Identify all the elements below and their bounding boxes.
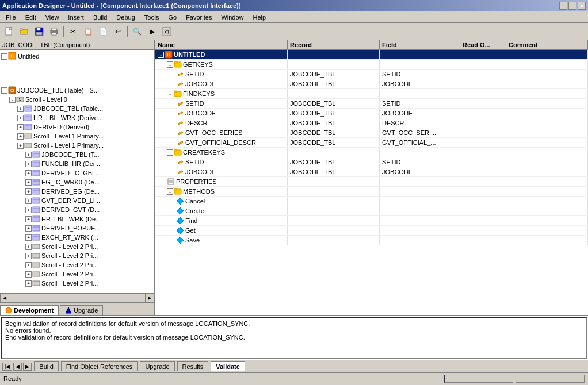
expand-icon[interactable]: -: [1, 53, 7, 60]
nav-prev[interactable]: ◀: [13, 363, 22, 371]
menu-build[interactable]: Build: [90, 13, 110, 22]
tree-item-3[interactable]: + HR_LBL_WRK (Derive...: [1, 113, 153, 122]
ci-row-getkeys-setid[interactable]: SETID JOBCODE_TBL SETID: [155, 70, 588, 79]
ci-row-create[interactable]: Create: [155, 206, 588, 216]
ci-row-cancel[interactable]: Cancel: [155, 197, 588, 206]
tree-expand-20[interactable]: +: [25, 271, 32, 278]
tree-expand-3[interactable]: +: [17, 115, 24, 121]
tab-results[interactable]: Results: [177, 361, 209, 371]
scroll-track-h[interactable]: [9, 296, 145, 301]
tree-item-15[interactable]: + DERIVED_POPUF...: [1, 224, 153, 233]
ci-cell-name-get[interactable]: Get: [155, 226, 288, 235]
menu-go[interactable]: Go: [165, 13, 180, 22]
tree-item-19[interactable]: + Scroll - Level 2 Pri...: [1, 260, 153, 270]
tab-validate[interactable]: Validate: [211, 361, 245, 371]
ci-row-findkeys-setid[interactable]: SETID JOBCODE_TBL SETID: [155, 99, 588, 109]
ci-cell-name-findkeys-gvt-occ[interactable]: GVT_OCC_SERIES: [155, 128, 288, 137]
tab-upgrade[interactable]: Upgrade: [60, 305, 103, 315]
tree-item-7[interactable]: + JOBCODE_TBL (T...: [1, 150, 153, 159]
tree-item-5[interactable]: + Scroll - Level 1 Primary...: [1, 132, 153, 141]
ci-cell-name-createkeys-jobcode[interactable]: JOBCODE: [155, 167, 288, 176]
tree-item-1[interactable]: - S Scroll - Level 0: [1, 95, 153, 104]
menu-tools[interactable]: Tools: [141, 13, 163, 22]
ci-row-findkeys[interactable]: - FINDKEYS: [155, 89, 588, 99]
tree-expand-19[interactable]: +: [25, 262, 32, 268]
ci-cell-name-createkeys-setid[interactable]: SETID: [155, 157, 288, 167]
ci-row-findkeys-descr[interactable]: DESCR JOBCODE_TBL DESCR: [155, 118, 588, 128]
ci-row-untitled[interactable]: - U UNTITLED: [155, 50, 588, 60]
tree-expand-2[interactable]: +: [17, 106, 24, 112]
toolbar-new[interactable]: [2, 25, 16, 38]
ci-row-findkeys-gvt-official[interactable]: GVT_OFFICIAL_DESCR JOBCODE_TBL GVT_OFFIC…: [155, 138, 588, 148]
toolbar-find[interactable]: 🔍: [130, 25, 144, 38]
tree-expand-21[interactable]: +: [25, 280, 32, 287]
tree-expand-0[interactable]: -: [1, 87, 7, 94]
menu-file[interactable]: File: [2, 13, 20, 22]
tree-item-6[interactable]: + Scroll - Level 1 Primary...: [1, 141, 153, 150]
tree-item-0[interactable]: - CI JOBCODE_TBL (Table) - S...: [1, 86, 153, 95]
tree-expand-4[interactable]: +: [17, 124, 24, 130]
ci-cell-name-findkeys[interactable]: - FINDKEYS: [155, 89, 288, 98]
nav-next[interactable]: ▶: [23, 363, 32, 371]
tree-item-17[interactable]: + Scroll - Level 2 Pri...: [1, 242, 153, 251]
tree-item-11[interactable]: + DERIVED_EG (De...: [1, 187, 153, 196]
tab-upgrade[interactable]: Upgrade: [140, 361, 174, 371]
toolbar-open[interactable]: [17, 25, 31, 38]
ci-cell-name-save[interactable]: Save: [155, 236, 288, 245]
tree-expand-1[interactable]: -: [9, 97, 16, 103]
tree-item-16[interactable]: + EXCH_RT_WRK (...: [1, 233, 153, 242]
ci-row-methods[interactable]: - METHODS: [155, 187, 588, 197]
menu-insert[interactable]: Insert: [64, 13, 87, 22]
maximize-button[interactable]: □: [568, 2, 576, 10]
ci-cell-name-findkeys-gvt-official[interactable]: GVT_OFFICIAL_DESCR: [155, 138, 288, 147]
tree-expand-5[interactable]: +: [17, 133, 24, 140]
ci-cell-name-findkeys-setid[interactable]: SETID: [155, 99, 288, 108]
ci-row-getkeys[interactable]: - GETKEYS: [155, 60, 588, 70]
ci-cell-name-methods[interactable]: - METHODS: [155, 187, 288, 196]
tree-expand-16[interactable]: +: [25, 234, 32, 241]
ci-row-findkeys-jobcode[interactable]: JOBCODE JOBCODE_TBL JOBCODE: [155, 109, 588, 118]
tab-find-object-references[interactable]: Find Object References: [61, 361, 138, 371]
tree-expand-14[interactable]: +: [25, 216, 32, 222]
scroll-right[interactable]: ▶: [145, 294, 154, 303]
minimize-button[interactable]: ─: [559, 2, 567, 10]
toolbar-copy[interactable]: 📋: [81, 25, 95, 38]
expand-untitled[interactable]: -: [158, 52, 164, 58]
ci-row-createkeys-setid[interactable]: SETID JOBCODE_TBL SETID: [155, 157, 588, 167]
tree-expand-12[interactable]: +: [25, 198, 32, 204]
expand-methods[interactable]: -: [167, 188, 173, 195]
ci-row-createkeys[interactable]: - CREATEKEYS: [155, 148, 588, 157]
h-scrollbar[interactable]: ◀ ▶: [0, 293, 154, 302]
tree-item-2[interactable]: + JOBCODE_TBL (Table...: [1, 104, 153, 113]
ci-tree-grid[interactable]: - U UNTITLED - GETKEYS: [155, 50, 588, 315]
tree-item-8[interactable]: + FUNCLIB_HR (Der...: [1, 159, 153, 168]
component-tree[interactable]: - CI JOBCODE_TBL (Table) - S... - S Scro…: [0, 84, 154, 293]
tree-expand-10[interactable]: +: [25, 179, 32, 186]
ci-row-find[interactable]: Find: [155, 216, 588, 226]
tree-expand-17[interactable]: +: [25, 244, 32, 250]
menu-favorites[interactable]: Favorites: [182, 13, 215, 22]
nav-first[interactable]: |◀: [2, 363, 12, 371]
tree-expand-6[interactable]: +: [17, 143, 24, 149]
ci-row-getkeys-jobcode[interactable]: JOBCODE JOBCODE_TBL JOBCODE: [155, 79, 588, 89]
expand-createkeys[interactable]: -: [167, 149, 173, 156]
expand-getkeys[interactable]: -: [167, 61, 173, 68]
toolbar-cut[interactable]: ✂: [66, 25, 80, 38]
ci-cell-name-properties[interactable]: PROPERTIES: [155, 177, 288, 186]
ci-cell-name-getkeys[interactable]: - GETKEYS: [155, 60, 288, 69]
toolbar-run[interactable]: ▶: [145, 25, 159, 38]
tree-expand-13[interactable]: +: [25, 207, 32, 213]
ci-row-findkeys-gvt-occ[interactable]: GVT_OCC_SERIES JOBCODE_TBL GVT_OCC_SERI.…: [155, 128, 588, 138]
ci-cell-name-getkeys-setid[interactable]: SETID: [155, 70, 288, 79]
ci-row-save[interactable]: Save: [155, 236, 588, 245]
tree-item-14[interactable]: + HR_LBL_WRK (De...: [1, 214, 153, 224]
ci-cell-name-untitled[interactable]: - U UNTITLED: [155, 50, 288, 59]
menu-edit[interactable]: Edit: [22, 13, 40, 22]
toolbar-settings[interactable]: ⚙: [160, 25, 174, 38]
ci-row-createkeys-jobcode[interactable]: JOBCODE JOBCODE_TBL JOBCODE: [155, 167, 588, 177]
tree-expand-15[interactable]: +: [25, 225, 32, 232]
menu-view[interactable]: View: [42, 13, 63, 22]
tree-item-21[interactable]: + Scroll - Level 2 Pri...: [1, 279, 153, 288]
toolbar-paste[interactable]: 📄: [96, 25, 110, 38]
tree-item-18[interactable]: + Scroll - Level 2 Pri...: [1, 251, 153, 260]
